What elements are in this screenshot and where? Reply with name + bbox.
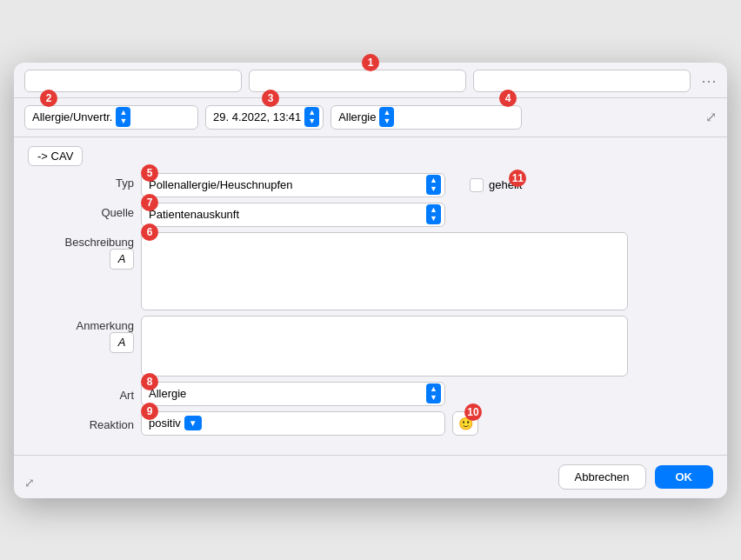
cav-button[interactable]: -> CAV [28,146,83,166]
quelle-label: Quelle [28,203,141,219]
ok-button[interactable]: OK [655,465,714,489]
typ-label: Typ [28,173,141,190]
art-label: Art [28,385,141,402]
anmerkung-label-col: Anmerkung A [28,316,141,357]
anmerkung-label: Anmerkung [21,316,134,332]
datetime-value: 29. 4.2022, 13:41 [213,110,301,123]
beschreibung-row: 6 Beschreibung A [28,232,713,310]
anmerkung-row: Anmerkung A [28,316,713,377]
reaktion-row: 9 Reaktion positiv ▼ 10 🙂 [28,411,713,436]
typ-value: Pollenallergie/Heuschnupfen [149,178,426,191]
typ-control-wrap: Pollenallergie/Heuschnupfen ▲ ▼ 11 gehei… [141,173,713,197]
corner-expand-icon[interactable]: ⤢ [24,476,35,490]
quelle-select[interactable]: Patientenauskunft ▲ ▼ [141,203,445,227]
art-arrows[interactable]: ▲ ▼ [426,383,441,403]
top-bar-input-3[interactable] [473,70,691,92]
quelle-control-wrap: Patientenauskunft ▲ ▼ [141,203,713,227]
bottom-bar: ⤢ Abbrechen OK [14,455,727,498]
reaktion-label: Reaktion [28,415,141,431]
badge-9: 9 [141,403,158,420]
main-content: -> CAV 5 Typ Pollenallergie/Heuschnupfen… [14,137,727,455]
typ-row: 5 Typ Pollenallergie/Heuschnupfen ▲ ▼ 11… [28,173,713,197]
row2-bar: 2 3 4 Allergie/Unvertr. ▲ ▼ 29. 4.2022, … [14,98,727,137]
anmerkung-textarea[interactable] [141,316,628,377]
emoji-button[interactable]: 10 🙂 [452,411,478,436]
main-dialog: 1 ⋯ 2 3 4 Allergie/Unvertr. ▲ ▼ 29. 4.20… [14,63,727,498]
type-arrows[interactable]: ▲ ▼ [379,107,394,127]
badge-3: 3 [262,90,279,107]
reaktion-select[interactable]: positiv ▼ [141,411,445,436]
top-bar-input-2[interactable] [249,70,466,92]
art-select[interactable]: Allergie ▲ ▼ [141,382,445,406]
badge-5: 5 [141,164,158,182]
badge-6: 6 [141,223,158,241]
datetime-control[interactable]: 29. 4.2022, 13:41 ▲ ▼ [205,105,324,130]
category-select[interactable]: Allergie/Unvertr. ▲ ▼ [24,105,198,130]
reaktion-arrow[interactable]: ▼ [184,416,202,430]
datetime-arrows[interactable]: ▲ ▼ [304,107,319,127]
quelle-row: 7 Quelle Patientenauskunft ▲ ▼ [28,203,713,227]
geheilt-wrap: 11 geheilt [470,178,522,192]
category-arrows[interactable]: ▲ ▼ [116,107,130,127]
type-select[interactable]: Allergie ▲ ▼ [330,105,522,130]
quelle-arrows[interactable]: ▲ ▼ [426,204,441,224]
typ-select[interactable]: Pollenallergie/Heuschnupfen ▲ ▼ [141,173,445,197]
beschreibung-textarea[interactable] [141,232,628,310]
quelle-value: Patientenauskunft [149,208,426,221]
more-options-icon[interactable]: ⋯ [701,71,717,90]
type-label: Allergie [338,110,376,123]
abbrechen-button[interactable]: Abbrechen [558,464,646,490]
badge-7: 7 [141,194,158,211]
category-label: Allergie/Unvertr. [32,110,112,123]
badge-11: 11 [509,170,526,187]
badge-2: 2 [40,90,57,107]
badge-4: 4 [499,90,517,107]
beschreibung-label-col: Beschreibung A [28,232,141,273]
top-bar: 1 ⋯ [14,63,727,98]
beschreibung-format-btn[interactable]: A [110,249,134,270]
art-row: 8 Art Allergie ▲ ▼ [28,382,713,406]
typ-arrows[interactable]: ▲ ▼ [426,175,441,195]
badge-8: 8 [141,373,158,390]
badge-1: 1 [362,54,379,71]
badge-10: 10 [464,403,482,421]
geheilt-checkbox[interactable] [470,178,484,192]
expand-icon[interactable]: ⤢ [705,109,717,125]
anmerkung-format-btn[interactable]: A [110,332,134,353]
top-bar-input-1[interactable] [24,70,242,92]
beschreibung-label: Beschreibung [21,232,134,249]
art-value: Allergie [149,387,426,400]
